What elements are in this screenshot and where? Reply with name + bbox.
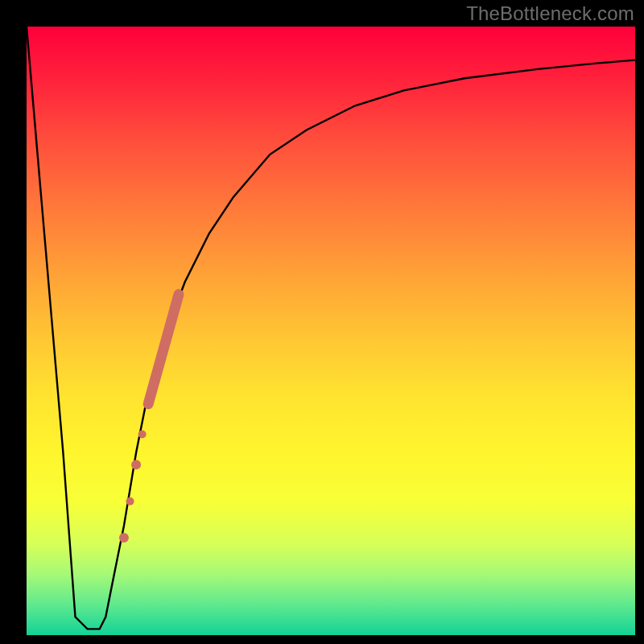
- watermark-text: TheBottleneck.com: [466, 2, 634, 25]
- highlight-dot: [131, 460, 141, 469]
- plot-area: [27, 27, 635, 635]
- chart-frame: TheBottleneck.com: [0, 0, 644, 644]
- highlight-dot: [138, 431, 147, 439]
- highlight-thick-segment: [148, 295, 179, 404]
- curve-layer: [27, 27, 635, 635]
- highlight-dot: [126, 497, 134, 506]
- bottleneck-curve: [27, 27, 635, 629]
- highlight-dot: [119, 533, 129, 543]
